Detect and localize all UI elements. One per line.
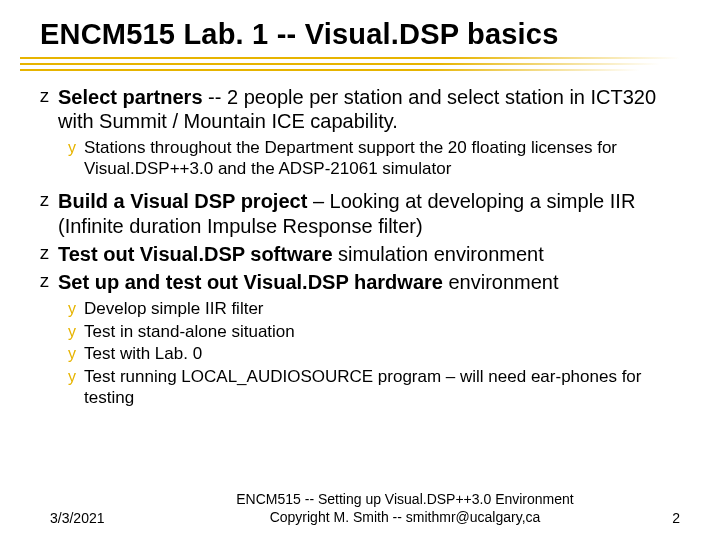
sub-bullet-item: y Develop simple IIR filter	[68, 299, 680, 320]
bullet-icon: z	[40, 242, 54, 265]
sub-bullet-text: Test with Lab. 0	[84, 344, 680, 365]
footer-page-number: 2	[620, 510, 680, 526]
sub-bullet-icon: y	[68, 367, 82, 388]
sub-bullet-item: y Test in stand-alone situation	[68, 322, 680, 343]
slide: ENCM515 Lab. 1 -- Visual.DSP basics z Se…	[0, 0, 720, 540]
sub-bullet-icon: y	[68, 344, 82, 365]
title-underline	[20, 57, 680, 71]
sub-bullet-icon: y	[68, 322, 82, 343]
bullet-item: z Select partners -- 2 people per statio…	[40, 85, 680, 134]
footer-line1: ENCM515 -- Setting up Visual.DSP++3.0 En…	[236, 491, 573, 507]
sub-bullet-text: Stations throughout the Department suppo…	[84, 138, 680, 179]
sub-bullet-text: Test running LOCAL_AUDIOSOURCE program –…	[84, 367, 680, 408]
bullet-item: z Set up and test out Visual.DSP hardwar…	[40, 270, 680, 294]
slide-title: ENCM515 Lab. 1 -- Visual.DSP basics	[40, 18, 680, 51]
sub-bullet-text: Develop simple IIR filter	[84, 299, 680, 320]
footer-line2: Copyright M. Smith -- smithmr@ucalgary,c…	[270, 509, 541, 525]
sub-list: y Stations throughout the Department sup…	[40, 138, 680, 179]
bullet-text: Build a Visual DSP project – Looking at …	[58, 189, 680, 238]
bullet-text: Test out Visual.DSP software simulation …	[58, 242, 680, 266]
bullet-icon: z	[40, 270, 54, 293]
sub-bullet-item: y Stations throughout the Department sup…	[68, 138, 680, 179]
bullet-icon: z	[40, 189, 54, 212]
slide-body: z Select partners -- 2 people per statio…	[40, 85, 680, 409]
bullet-icon: z	[40, 85, 54, 108]
bullet-item: z Test out Visual.DSP software simulatio…	[40, 242, 680, 266]
sub-bullet-icon: y	[68, 138, 82, 159]
sub-bullet-item: y Test with Lab. 0	[68, 344, 680, 365]
footer-date: 3/3/2021	[50, 510, 190, 526]
bullet-text: Select partners -- 2 people per station …	[58, 85, 680, 134]
sub-list: y Develop simple IIR filter y Test in st…	[40, 299, 680, 409]
footer-caption: ENCM515 -- Setting up Visual.DSP++3.0 En…	[190, 491, 620, 526]
sub-bullet-item: y Test running LOCAL_AUDIOSOURCE program…	[68, 367, 680, 408]
bullet-text: Set up and test out Visual.DSP hardware …	[58, 270, 680, 294]
footer: 3/3/2021 ENCM515 -- Setting up Visual.DS…	[0, 491, 720, 526]
sub-bullet-icon: y	[68, 299, 82, 320]
bullet-item: z Build a Visual DSP project – Looking a…	[40, 189, 680, 238]
sub-bullet-text: Test in stand-alone situation	[84, 322, 680, 343]
